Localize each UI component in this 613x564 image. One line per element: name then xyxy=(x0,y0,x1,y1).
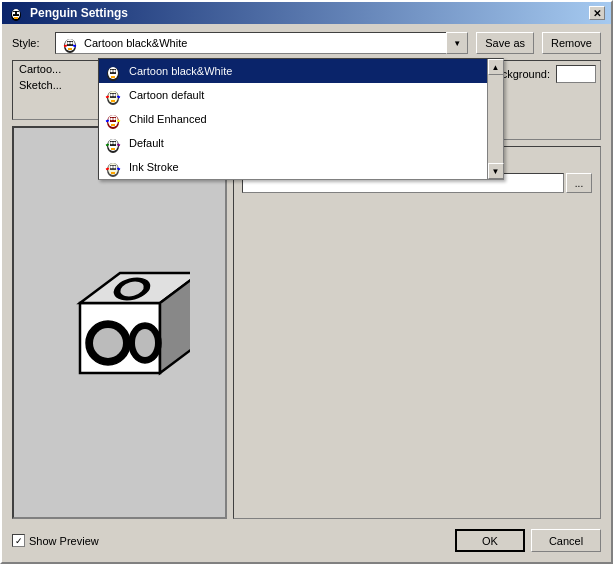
tab-label-1: Sketch... xyxy=(19,79,62,91)
penguin-icon-4 xyxy=(103,157,123,177)
svg-rect-29 xyxy=(113,100,115,102)
svg-point-65 xyxy=(135,329,155,357)
dropdown-item-label-4: Ink Stroke xyxy=(129,161,179,173)
window-icon xyxy=(8,5,24,21)
dropdown-item-label-0: Cartoon black&White xyxy=(129,65,232,77)
scroll-down-button[interactable]: ▼ xyxy=(488,163,504,179)
preview-box xyxy=(12,126,227,519)
svg-point-63 xyxy=(93,328,123,358)
close-button[interactable]: ✕ xyxy=(589,6,605,20)
cube-svg xyxy=(50,253,190,393)
main-window: Penguin Settings ✕ Style: xyxy=(0,0,613,564)
penguin-icon-0 xyxy=(103,61,123,81)
window-content: Style: Cartoon black&White xyxy=(2,24,611,562)
dropdown-item-label-3: Default xyxy=(129,137,164,149)
penguin-icon-1 xyxy=(103,85,123,105)
cancel-button[interactable]: Cancel xyxy=(531,529,601,552)
save-as-button[interactable]: Save as xyxy=(476,32,534,54)
svg-rect-56 xyxy=(113,172,115,174)
background-color-swatch[interactable] xyxy=(556,65,596,83)
svg-rect-21 xyxy=(111,76,113,78)
window-title: Penguin Settings xyxy=(30,6,128,20)
bottom-bar: ✓ Show Preview OK Cancel xyxy=(12,525,601,554)
show-preview-row: ✓ Show Preview xyxy=(12,534,99,547)
style-row: Style: Cartoon black&White xyxy=(12,32,601,54)
show-preview-checkbox[interactable]: ✓ xyxy=(12,534,25,547)
dropdown-arrow-button[interactable]: ▼ xyxy=(446,32,468,54)
dropdown-scroll-area: Cartoon black&White xyxy=(99,59,503,179)
svg-rect-12 xyxy=(68,48,70,50)
dropdown-scrollbar: ▲ ▼ xyxy=(487,59,503,179)
svg-point-53 xyxy=(110,166,113,169)
checkmark-icon: ✓ xyxy=(15,536,23,546)
svg-point-11 xyxy=(70,42,73,45)
dropdown-item-1[interactable]: Cartoon default xyxy=(99,83,487,107)
style-label: Style: xyxy=(12,37,47,49)
dropdown-item-2[interactable]: Child Enhanced xyxy=(99,107,487,131)
penguin-icon-3 xyxy=(103,133,123,153)
title-bar: Penguin Settings ✕ xyxy=(2,2,611,24)
svg-rect-37 xyxy=(111,124,113,126)
svg-rect-47 xyxy=(113,148,115,150)
svg-rect-55 xyxy=(111,172,113,174)
svg-point-35 xyxy=(110,118,113,121)
svg-rect-22 xyxy=(113,76,115,78)
svg-rect-28 xyxy=(111,100,113,102)
scroll-up-button[interactable]: ▲ xyxy=(488,59,504,75)
dropdown-arrow-icon: ▼ xyxy=(453,39,461,48)
svg-point-45 xyxy=(113,142,116,145)
svg-point-3 xyxy=(13,12,15,14)
dropdown-item-3[interactable]: Default xyxy=(99,131,487,155)
svg-point-26 xyxy=(110,94,113,97)
svg-rect-46 xyxy=(111,148,113,150)
style-dropdown[interactable]: Cartoon black&White xyxy=(55,32,468,54)
svg-rect-6 xyxy=(16,17,18,19)
dropdown-list: Cartoon black&White xyxy=(98,58,504,180)
style-dropdown-wrapper: Cartoon black&White ▼ xyxy=(55,32,468,54)
svg-point-27 xyxy=(113,94,116,97)
svg-point-10 xyxy=(67,42,70,45)
svg-point-4 xyxy=(17,12,19,14)
svg-point-36 xyxy=(113,118,116,121)
svg-point-54 xyxy=(113,166,116,169)
dropdown-selected-text: Cartoon black&White xyxy=(84,37,187,49)
remove-button[interactable]: Remove xyxy=(542,32,601,54)
ok-button[interactable]: OK xyxy=(455,529,525,552)
svg-point-44 xyxy=(110,142,113,145)
svg-rect-5 xyxy=(14,17,16,19)
dropdown-item-4[interactable]: Ink Stroke xyxy=(99,155,487,179)
title-bar-left: Penguin Settings xyxy=(8,5,128,21)
show-preview-label: Show Preview xyxy=(29,535,99,547)
dropdown-item-label-2: Child Enhanced xyxy=(129,113,207,125)
svg-rect-38 xyxy=(113,124,115,126)
scroll-track xyxy=(488,75,503,163)
dropdown-item-0[interactable]: Cartoon black&White xyxy=(99,59,487,83)
browse-button[interactable]: ... xyxy=(566,173,592,193)
svg-point-19 xyxy=(110,70,113,73)
dialog-buttons: OK Cancel xyxy=(455,529,601,552)
right-main-panel: Background ... xyxy=(233,146,601,519)
svg-point-20 xyxy=(113,70,116,73)
svg-rect-13 xyxy=(70,48,72,50)
tab-label-0: Cartoo... xyxy=(19,63,61,75)
dropdown-item-label-1: Cartoon default xyxy=(129,89,204,101)
selected-style-icon xyxy=(60,33,80,53)
penguin-icon-2 xyxy=(103,109,123,129)
